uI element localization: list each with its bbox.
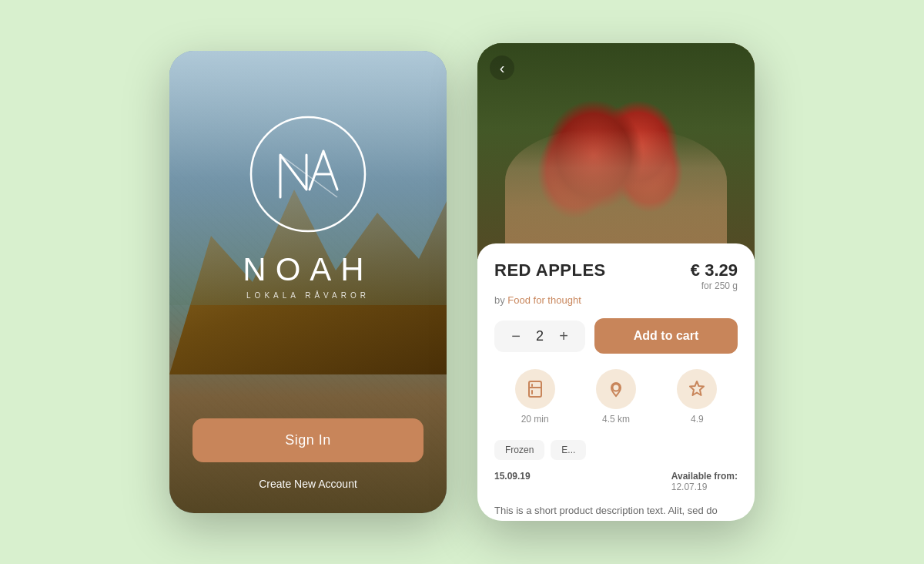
back-button[interactable]: ‹ xyxy=(490,55,514,80)
product-vendor: by Food for thought xyxy=(494,294,738,306)
info-icons-row: 20 min 4.5 km 4.9 xyxy=(494,369,738,425)
signin-button[interactable]: Sign In xyxy=(192,418,424,462)
plus-button[interactable]: + xyxy=(556,328,571,344)
svg-point-0 xyxy=(251,117,365,231)
vendor-name[interactable]: Food for thought xyxy=(507,294,581,306)
product-image: ‹ xyxy=(477,43,755,259)
distance-label: 4.5 km xyxy=(602,414,630,425)
brand-name: NOAH xyxy=(243,251,373,288)
create-account-link[interactable]: Create New Account xyxy=(259,478,357,490)
extra-tag: E... xyxy=(551,440,586,460)
info-item-distance: 4.5 km xyxy=(596,369,636,425)
vendor-prefix: by xyxy=(494,294,507,306)
info-item-time: 20 min xyxy=(515,369,555,425)
left-phone-content: NOAH LOKALA RÅVAROR Sign In Create New A… xyxy=(169,51,447,513)
star-icon-circle xyxy=(677,369,717,409)
availability-row: 15.09.19 Available from: 12.07.19 xyxy=(494,471,738,492)
product-name: RED APPLES xyxy=(494,260,606,280)
time-label: 20 min xyxy=(521,414,549,425)
star-icon xyxy=(687,379,707,399)
product-card: RED APPLES € 3.29 for 250 g by Food for … xyxy=(477,243,755,521)
extra-date-block: 15.09.19 xyxy=(494,471,531,492)
right-phone: ‹ RED APPLES € 3.29 for 250 g by Food fo… xyxy=(477,43,755,521)
available-from-date: 12.07.19 xyxy=(671,482,708,492)
svg-marker-8 xyxy=(690,381,704,395)
price-unit: for 250 g xyxy=(691,280,738,291)
time-icon-circle xyxy=(515,369,555,409)
product-price: € 3.29 for 250 g xyxy=(691,260,738,291)
fridge-icon xyxy=(525,379,545,399)
quantity-value: 2 xyxy=(536,328,544,344)
info-item-rating: 4.9 xyxy=(677,369,717,425)
apple-image xyxy=(477,43,755,259)
rating-label: 4.9 xyxy=(691,414,704,425)
quantity-cart-row: − 2 + Add to cart xyxy=(494,318,738,354)
left-phone: NOAH LOKALA RÅVAROR Sign In Create New A… xyxy=(169,51,447,513)
svg-point-7 xyxy=(612,384,619,391)
svg-rect-3 xyxy=(529,381,541,397)
product-description: This is a short product description text… xyxy=(494,503,738,521)
available-from-label: Available from: xyxy=(671,471,738,482)
location-icon-circle xyxy=(596,369,636,409)
quantity-control: − 2 + xyxy=(494,321,585,352)
price-value: € 3.29 xyxy=(691,260,738,280)
add-to-cart-button[interactable]: Add to cart xyxy=(594,318,738,354)
location-icon xyxy=(606,379,626,399)
extra-date: 15.09.19 xyxy=(494,471,531,482)
tags-row: Frozen E... xyxy=(494,440,738,460)
svg-line-2 xyxy=(280,155,337,197)
frozen-tag: Frozen xyxy=(494,440,544,460)
available-from-block: Available from: 12.07.19 xyxy=(671,471,738,492)
brand-subtitle: LOKALA RÅVAROR xyxy=(246,291,370,300)
product-header: RED APPLES € 3.29 for 250 g xyxy=(494,260,738,291)
noah-logo xyxy=(246,112,370,236)
minus-button[interactable]: − xyxy=(508,328,524,344)
